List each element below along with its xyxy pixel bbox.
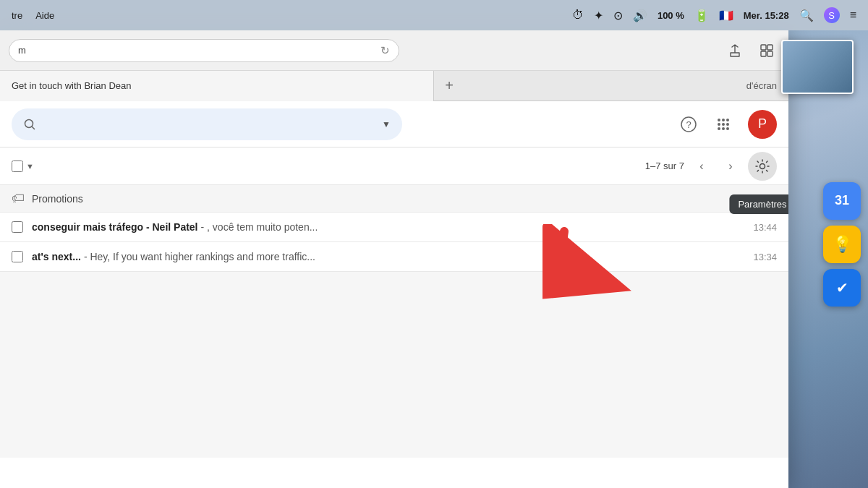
new-tab-button[interactable]: + bbox=[434, 71, 464, 101]
search-dropdown-arrow[interactable]: ▼ bbox=[382, 119, 391, 129]
svg-point-16 bbox=[760, 163, 765, 168]
email-time-1: 13:44 bbox=[753, 222, 777, 233]
gmail-search-bar[interactable]: ▼ bbox=[12, 108, 402, 140]
flag-icon: 🇫🇷 bbox=[719, 9, 733, 22]
email-row[interactable]: at's next... - Hey, If you want higher r… bbox=[0, 242, 788, 272]
search-icon bbox=[23, 118, 36, 131]
tab-title: Get in touch with Brian Dean bbox=[12, 80, 131, 91]
gear-icon bbox=[755, 159, 770, 174]
prev-page-button[interactable]: ‹ bbox=[690, 155, 713, 178]
svg-point-10 bbox=[718, 123, 720, 126]
battery-icon: 🔋 bbox=[694, 9, 709, 22]
spotlight-icon[interactable]: 🔍 bbox=[799, 9, 814, 22]
keep-icon: 💡 bbox=[833, 235, 852, 254]
menu-bar-right: ⏱ ✦ ⊙ 🔊 100 % 🔋 🇫🇷 Mer. 15:28 🔍 S ≡ bbox=[572, 7, 856, 23]
dock-tasks[interactable]: ✔ bbox=[823, 269, 861, 307]
email-snippet-1: - , você tem muito poten... bbox=[201, 221, 748, 233]
svg-rect-1 bbox=[767, 45, 773, 50]
address-bar[interactable]: m ↻ bbox=[9, 39, 399, 62]
tabs-button[interactable] bbox=[754, 38, 780, 64]
svg-point-12 bbox=[726, 123, 729, 126]
svg-point-11 bbox=[722, 123, 725, 126]
svg-point-15 bbox=[726, 127, 729, 130]
next-page-button[interactable]: › bbox=[719, 155, 742, 178]
help-button[interactable]: ? bbox=[674, 110, 703, 139]
address-text: m bbox=[18, 45, 26, 56]
email-row[interactable]: conseguir mais tráfego - Neil Patel - , … bbox=[0, 213, 788, 242]
share-button[interactable] bbox=[722, 38, 748, 64]
wifi-icon: ⊙ bbox=[613, 9, 623, 22]
history-icon: ⏱ bbox=[572, 9, 584, 22]
menu-bar-left: tre Aide bbox=[12, 10, 54, 21]
email-time-2: 13:34 bbox=[753, 252, 777, 262]
calendar-icon: 31 bbox=[835, 193, 849, 208]
menu-bar: tre Aide ⏱ ✦ ⊙ 🔊 100 % 🔋 🇫🇷 Mer. 15:28 🔍… bbox=[0, 0, 868, 30]
svg-point-8 bbox=[722, 119, 725, 121]
refresh-icon[interactable]: ↻ bbox=[380, 44, 390, 57]
tasks-icon: ✔ bbox=[836, 279, 848, 296]
select-all-checkbox[interactable] bbox=[12, 160, 23, 172]
svg-point-14 bbox=[722, 127, 725, 130]
clock: Mer. 15:28 bbox=[744, 10, 789, 21]
screenshot-thumbnail bbox=[781, 40, 854, 94]
active-tab[interactable]: Get in touch with Brian Dean bbox=[0, 71, 434, 101]
dock: 31 💡 ✔ bbox=[823, 182, 861, 307]
bluetooth-icon: ✦ bbox=[594, 9, 603, 22]
email-checkbox-2[interactable] bbox=[12, 251, 23, 262]
promotions-label: Promotions bbox=[32, 193, 83, 205]
email-sender-1: conseguir mais tráfego - Neil Patel bbox=[32, 221, 198, 233]
volume-icon: 🔊 bbox=[633, 9, 647, 22]
pagination-info: 1–7 sur 7 bbox=[645, 160, 684, 171]
gmail-content-area: ▼ ? bbox=[0, 101, 788, 458]
siri-icon[interactable]: S bbox=[824, 7, 840, 23]
apps-button[interactable] bbox=[709, 110, 738, 139]
promotions-category-row: 🏷 Promotions bbox=[0, 185, 788, 213]
dock-keep[interactable]: 💡 bbox=[823, 226, 861, 263]
gmail-header-right: ? P bbox=[674, 110, 777, 139]
menu-item-aide[interactable]: Aide bbox=[35, 10, 54, 21]
browser-toolbar-right bbox=[722, 38, 780, 64]
browser-toolbar: m ↻ bbox=[0, 30, 788, 71]
promotions-tag-icon: 🏷 bbox=[12, 191, 25, 206]
svg-point-9 bbox=[726, 119, 729, 121]
svg-point-7 bbox=[718, 119, 720, 121]
battery-pct: 100 % bbox=[658, 10, 684, 21]
email-list: 🏷 Promotions conseguir mais tráfego - Ne… bbox=[0, 185, 788, 272]
gmail-header: ▼ ? bbox=[0, 101, 788, 147]
user-avatar[interactable]: P bbox=[748, 110, 777, 139]
gmail-toolbar: ▼ 1–7 sur 7 ‹ › Paramètres bbox=[0, 147, 788, 185]
settings-button[interactable]: Paramètres bbox=[748, 152, 777, 181]
select-dropdown-arrow[interactable]: ▼ bbox=[26, 162, 34, 171]
svg-rect-0 bbox=[761, 45, 766, 50]
menu-item-tre[interactable]: tre bbox=[12, 10, 22, 21]
tab-bar: Get in touch with Brian Dean + d'écran bbox=[0, 71, 788, 101]
dock-calendar[interactable]: 31 bbox=[823, 182, 861, 220]
settings-tooltip: Paramètres bbox=[729, 194, 788, 214]
svg-text:?: ? bbox=[686, 119, 691, 129]
svg-rect-2 bbox=[761, 51, 766, 56]
checkbox-area: ▼ bbox=[12, 160, 34, 172]
svg-point-13 bbox=[718, 127, 720, 130]
control-center-icon[interactable]: ≡ bbox=[850, 9, 856, 22]
svg-rect-3 bbox=[767, 51, 773, 56]
thumbnail-preview bbox=[783, 41, 852, 93]
email-sender-2: at's next... bbox=[32, 251, 81, 262]
email-snippet-2: - Hey, If you want higher rankings and m… bbox=[84, 251, 748, 262]
email-checkbox-1[interactable] bbox=[12, 221, 23, 233]
browser-window: m ↻ Get in touch with Brian Dean bbox=[0, 30, 788, 488]
